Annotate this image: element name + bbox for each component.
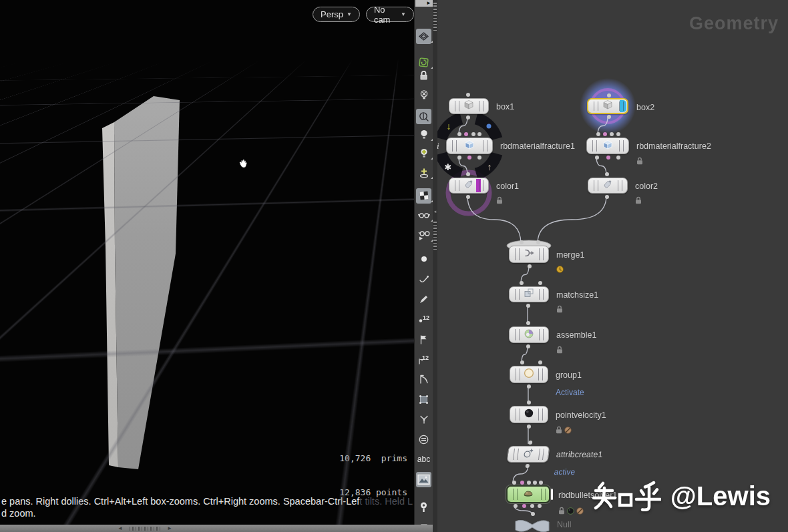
- smooth-shaded-icon[interactable]: [416, 208, 431, 223]
- node-flag-divider[interactable]: [516, 368, 516, 380]
- node-box1[interactable]: box1: [449, 98, 489, 114]
- node-flag-divider[interactable]: [517, 449, 519, 460]
- node-flag-divider[interactable]: [545, 489, 546, 500]
- output-port[interactable]: [467, 156, 471, 160]
- node-color1[interactable]: color1: [449, 178, 489, 194]
- toolbar-overflow-arrow[interactable]: ►: [415, 0, 433, 7]
- node-flag-divider[interactable]: [622, 180, 622, 191]
- pane-splitter-horizontal[interactable]: ◄ ►: [0, 525, 433, 532]
- node-flag-divider[interactable]: [539, 329, 540, 340]
- show-points-icon[interactable]: [416, 252, 431, 267]
- node-flag-divider[interactable]: [539, 289, 540, 300]
- display-normals-icon[interactable]: [416, 412, 431, 427]
- input-port[interactable]: [466, 93, 470, 97]
- lighting-tool-icon[interactable]: [416, 109, 431, 124]
- lock-icon[interactable]: [416, 68, 431, 83]
- point-trails-icon[interactable]: [416, 272, 431, 287]
- node-flag-divider[interactable]: [459, 180, 459, 191]
- node-flag-divider[interactable]: [516, 409, 516, 421]
- network-editor[interactable]: Geometry ↓✱↑i box1box2rbdmaterialfractur…: [437, 0, 788, 532]
- output-port[interactable]: [595, 156, 599, 160]
- node-flag-divider[interactable]: [452, 140, 453, 152]
- input-port[interactable]: [466, 172, 470, 176]
- input-port[interactable]: [616, 132, 620, 136]
- node-flag-divider[interactable]: [479, 180, 479, 191]
- output-port[interactable]: [538, 504, 542, 508]
- headlight-icon[interactable]: [416, 127, 431, 142]
- node-flag-divider[interactable]: [487, 140, 487, 152]
- node-flag-divider[interactable]: [513, 449, 515, 460]
- splitter-collapse-left-icon[interactable]: ◄: [118, 525, 123, 532]
- input-port[interactable]: [520, 360, 524, 364]
- input-port[interactable]: [520, 240, 524, 244]
- node-assemble1[interactable]: assemble1: [509, 326, 549, 343]
- output-port[interactable]: [466, 115, 470, 119]
- output-port[interactable]: [607, 115, 611, 119]
- node-flag-divider[interactable]: [455, 101, 455, 111]
- node-flag-divider[interactable]: [541, 489, 542, 500]
- input-port[interactable]: [512, 481, 516, 485]
- input-port[interactable]: [538, 281, 542, 285]
- input-port[interactable]: [520, 481, 524, 485]
- output-port[interactable]: [514, 504, 518, 508]
- output-port[interactable]: [526, 344, 530, 348]
- output-port[interactable]: [605, 195, 609, 199]
- input-port[interactable]: [471, 132, 475, 136]
- no-lighting-icon[interactable]: [416, 87, 431, 103]
- output-port[interactable]: [606, 156, 610, 160]
- input-port[interactable]: [610, 132, 614, 136]
- node-flag-divider[interactable]: [619, 140, 620, 152]
- output-port[interactable]: [457, 156, 461, 160]
- input-port[interactable]: [603, 132, 607, 136]
- splitter-grip[interactable]: [433, 220, 437, 250]
- node-color2[interactable]: color2: [588, 178, 628, 194]
- node-null1[interactable]: Null: [514, 518, 550, 532]
- node-flag-divider[interactable]: [542, 449, 544, 460]
- camera-select-button[interactable]: No cam ▼: [366, 7, 414, 22]
- pane-splitter-vertical[interactable]: ◄: [433, 0, 437, 532]
- node-flag-divider[interactable]: [543, 289, 544, 300]
- output-port[interactable]: [522, 504, 526, 508]
- snapshot-pin-icon[interactable]: [416, 500, 431, 515]
- node-flag-divider[interactable]: [539, 248, 540, 260]
- node-flag-divider[interactable]: [515, 248, 516, 260]
- output-port[interactable]: [526, 304, 530, 308]
- node-flag-divider[interactable]: [543, 248, 544, 260]
- node-flag-divider[interactable]: [519, 329, 520, 340]
- background-image-icon[interactable]: [416, 472, 431, 487]
- node-flag-divider[interactable]: [623, 140, 624, 152]
- input-port[interactable]: [477, 132, 481, 136]
- node-flag-divider[interactable]: [596, 140, 597, 152]
- node-flag-divider[interactable]: [515, 289, 516, 300]
- node-flag-divider[interactable]: [594, 180, 594, 191]
- node-flag-divider[interactable]: [520, 368, 520, 380]
- node-flag-divider[interactable]: [517, 489, 518, 500]
- node-flag-divider[interactable]: [513, 489, 514, 500]
- prim-numbers-icon[interactable]: 12: [416, 352, 431, 367]
- output-port[interactable]: [527, 425, 531, 429]
- node-flag-divider[interactable]: [456, 140, 457, 152]
- profile-curves-icon[interactable]: [416, 372, 431, 387]
- high-quality-lighting-icon[interactable]: [416, 165, 431, 180]
- input-port[interactable]: [607, 93, 611, 97]
- input-port[interactable]: [531, 512, 535, 516]
- node-flag-divider[interactable]: [538, 449, 540, 460]
- node-flag-divider[interactable]: [455, 180, 455, 191]
- node-flag-divider[interactable]: [594, 101, 594, 111]
- node-flag-divider[interactable]: [618, 180, 618, 191]
- node-flag-divider[interactable]: [623, 101, 624, 111]
- node-flag-divider[interactable]: [542, 368, 543, 380]
- input-port[interactable]: [464, 132, 468, 136]
- label-abc-icon[interactable]: abc: [416, 452, 431, 467]
- node-merge1[interactable]: merge1: [509, 246, 549, 263]
- point-normals-icon[interactable]: [416, 292, 431, 307]
- scene-viewport[interactable]: Persp ▼ No cam ▼ e pans. Right dollies. …: [0, 0, 414, 525]
- node-flag-divider[interactable]: [459, 101, 459, 111]
- node-box2[interactable]: box2: [587, 98, 628, 114]
- input-port[interactable]: [539, 481, 543, 485]
- perspective-view-button[interactable]: Persp ▼: [313, 7, 360, 22]
- textured-icon[interactable]: [416, 392, 431, 407]
- node-flag-divider[interactable]: [538, 409, 539, 421]
- node-flag-divider[interactable]: [598, 180, 598, 191]
- prim-normals-icon[interactable]: [416, 332, 431, 347]
